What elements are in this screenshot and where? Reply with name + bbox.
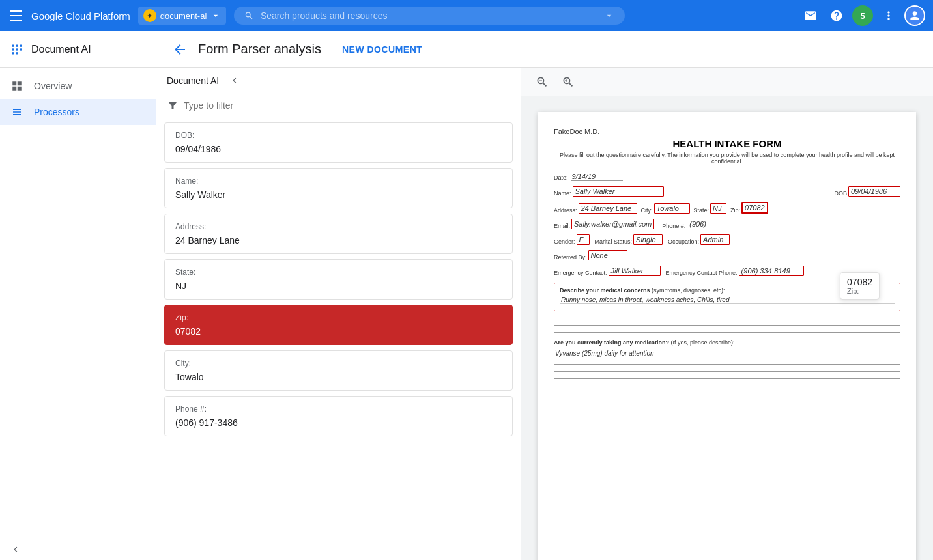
breadcrumb: Document AI bbox=[167, 76, 219, 86]
field-card-state[interactable]: State: NJ bbox=[164, 259, 513, 300]
new-document-button[interactable]: NEW DOCUMENT bbox=[342, 44, 422, 55]
referred-label: Referred By: bbox=[554, 254, 587, 260]
search-input[interactable] bbox=[261, 10, 597, 21]
zip-tooltip: 07082 Zip: bbox=[840, 272, 880, 300]
zoom-in-button[interactable] bbox=[558, 72, 579, 92]
zoom-out-button[interactable] bbox=[532, 72, 553, 92]
page-title: Form Parser analysis bbox=[198, 42, 321, 57]
svg-rect-4 bbox=[12, 52, 14, 54]
form-title: HEALTH INTAKE FORM bbox=[554, 138, 900, 149]
field-card-zip[interactable]: Zip: 07082 bbox=[164, 305, 513, 345]
section-line-3 bbox=[554, 332, 900, 333]
occupation-field: Occupation: Admin bbox=[668, 234, 730, 245]
sidebar-title: Document AI bbox=[31, 44, 91, 55]
svg-rect-7 bbox=[20, 48, 22, 50]
field-label-address: Address: bbox=[175, 222, 502, 231]
medication-section: Are you currently taking any medication?… bbox=[554, 339, 900, 379]
emergency-contact-label: Emergency Contact: bbox=[554, 270, 607, 276]
field-label-dob: DOB: bbox=[175, 131, 502, 140]
section-line-5 bbox=[554, 371, 900, 372]
doc-viewport[interactable]: FakeDoc M.D. HEALTH INTAKE FORM Please f… bbox=[521, 96, 933, 560]
overview-icon bbox=[10, 79, 23, 92]
mail-icon-btn[interactable] bbox=[800, 5, 821, 26]
notification-count-badge[interactable]: 5 bbox=[852, 5, 873, 26]
field-label-state: State: bbox=[175, 268, 502, 277]
medication-sub: (If yes, please describe): bbox=[671, 339, 735, 346]
project-selector[interactable]: ✦ document-ai bbox=[138, 7, 227, 25]
emergency-contact-field: Emergency Contact: Jill Walker bbox=[554, 266, 661, 276]
sidebar-item-processors[interactable]: Processors bbox=[0, 99, 156, 125]
sidebar-item-label-processors: Processors bbox=[34, 107, 79, 117]
field-label-city: City: bbox=[175, 359, 502, 368]
gender-field: Gender: F bbox=[554, 234, 590, 245]
search-bar[interactable] bbox=[234, 7, 625, 25]
svg-rect-6 bbox=[20, 44, 22, 46]
date-label: Date: bbox=[554, 175, 568, 181]
tooltip-value: 07082 bbox=[847, 277, 872, 287]
search-expand-icon[interactable] bbox=[604, 10, 614, 21]
email-value: Sally.walker@gmail.com bbox=[571, 219, 654, 229]
gender-row: Gender: F Marital Status: Single Occupat… bbox=[554, 234, 900, 245]
field-value-name: Sally Walker bbox=[175, 189, 502, 200]
sidebar-item-overview[interactable]: Overview bbox=[0, 73, 156, 99]
section-line-6 bbox=[554, 378, 900, 379]
phone-label: Phone #: bbox=[662, 223, 685, 229]
dob-value: 09/04/1986 bbox=[848, 186, 900, 197]
field-label-zip: Zip: bbox=[175, 313, 502, 322]
svg-rect-0 bbox=[12, 44, 14, 46]
field-card-address[interactable]: Address: 24 Barney Lane bbox=[164, 214, 513, 254]
field-value-city: Towalo bbox=[175, 372, 502, 382]
gcp-logo-text: Google Cloud Platform bbox=[31, 10, 130, 21]
processors-icon bbox=[10, 105, 23, 119]
tooltip-label: Zip: bbox=[847, 287, 872, 295]
section-line-4 bbox=[554, 364, 900, 365]
collapse-sidebar-btn[interactable] bbox=[0, 539, 156, 560]
city-label: City: bbox=[641, 207, 653, 214]
search-icon bbox=[244, 10, 254, 21]
section-line-1 bbox=[554, 318, 900, 318]
state-field: State: NJ bbox=[694, 203, 727, 214]
field-value-dob: 09/04/1986 bbox=[175, 144, 502, 154]
field-card-city[interactable]: City: Towalo bbox=[164, 350, 513, 391]
address-value: 24 Barney Lane bbox=[579, 203, 637, 214]
field-card-name[interactable]: Name: Sally Walker bbox=[164, 168, 513, 208]
field-value-zip: 07082 bbox=[175, 326, 502, 337]
marital-label: Marital Status: bbox=[595, 238, 633, 245]
body-panels: Document AI DOB: 09/04/1986 bbox=[156, 68, 933, 560]
more-options-icon-btn[interactable] bbox=[878, 5, 899, 26]
collapse-panel-btn[interactable] bbox=[224, 76, 245, 86]
back-button[interactable] bbox=[172, 42, 188, 57]
svg-rect-2 bbox=[12, 48, 14, 50]
filter-bar bbox=[156, 94, 521, 117]
emergency-phone-field: Emergency Contact Phone: (906) 334-8149 bbox=[666, 266, 804, 276]
top-bar-right: 5 bbox=[800, 5, 925, 26]
sidebar: Document AI Overview Processors bbox=[0, 31, 156, 560]
phone-field: Phone #: (906) bbox=[662, 219, 719, 229]
emergency-phone-label: Emergency Contact Phone: bbox=[666, 270, 738, 276]
doc-panel: FakeDoc M.D. HEALTH INTAKE FORM Please f… bbox=[521, 68, 933, 560]
field-value-address: 24 Barney Lane bbox=[175, 235, 502, 245]
occupation-label: Occupation: bbox=[668, 238, 699, 245]
medical-concerns-sub: (symptoms, diagnoses, etc): bbox=[652, 287, 725, 294]
filter-input[interactable] bbox=[184, 100, 510, 111]
sidebar-nav: Overview Processors bbox=[0, 68, 156, 130]
name-field: Name: Sally Walker bbox=[554, 186, 664, 197]
user-avatar[interactable] bbox=[904, 5, 925, 26]
state-value: NJ bbox=[710, 203, 726, 214]
marital-value: Single bbox=[633, 234, 663, 245]
doctor-name: FakeDoc M.D. bbox=[554, 128, 900, 135]
svg-rect-1 bbox=[16, 44, 18, 46]
medication-header: Are you currently taking any medication?… bbox=[554, 339, 900, 346]
field-card-phone[interactable]: Phone #: (906) 917-3486 bbox=[164, 396, 513, 436]
occupation-value: Admin bbox=[700, 234, 730, 245]
zip-label: Zip: bbox=[730, 207, 740, 214]
field-card-dob[interactable]: DOB: 09/04/1986 bbox=[164, 122, 513, 163]
address-field: Address: 24 Barney Lane bbox=[554, 203, 637, 214]
svg-rect-3 bbox=[16, 48, 18, 50]
hamburger-menu-icon[interactable] bbox=[8, 8, 23, 23]
top-bar-left: Google Cloud Platform ✦ document-ai bbox=[8, 7, 226, 25]
filter-icon bbox=[167, 100, 179, 111]
help-icon-btn[interactable] bbox=[826, 5, 847, 26]
referred-value: None bbox=[588, 250, 627, 260]
medical-concerns-label: Describe your medical concerns bbox=[560, 287, 650, 294]
